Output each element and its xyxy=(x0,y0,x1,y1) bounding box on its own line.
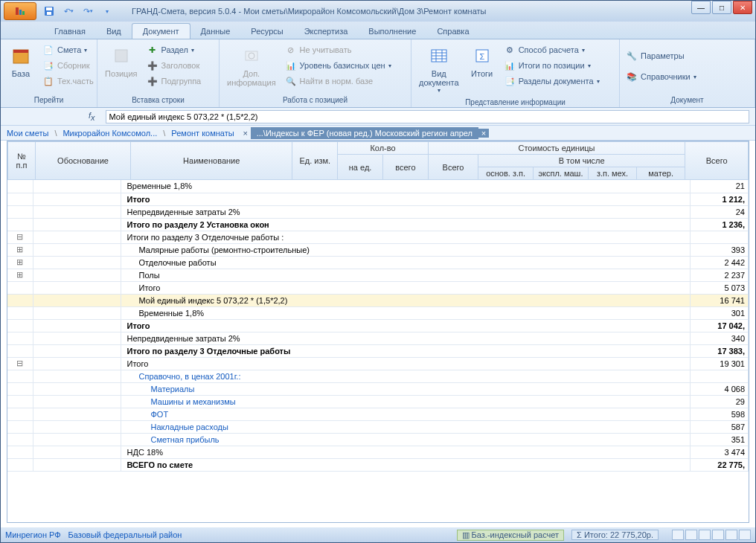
svg-rect-1 xyxy=(19,10,22,15)
position-button[interactable]: Позиция xyxy=(100,42,142,80)
table-row[interactable]: Сметная прибыль351 xyxy=(7,433,749,446)
close-button[interactable]: ✕ xyxy=(733,1,752,14)
status-base[interactable]: Базовый федеральный район xyxy=(68,530,182,539)
tab-close-icon[interactable]: × xyxy=(478,129,489,138)
ribbon-tab-3[interactable]: Данные xyxy=(190,24,241,39)
svg-rect-8 xyxy=(115,50,127,62)
tab-close-icon[interactable]: × xyxy=(240,129,251,138)
table-row[interactable]: Итого по разделу 3 Отделочные работы17 3… xyxy=(7,344,749,357)
svg-rect-7 xyxy=(13,50,28,53)
table-row[interactable]: Материалы4 068 xyxy=(7,382,749,395)
zagolovok-button[interactable]: ➕Заголовок xyxy=(144,58,205,73)
breadcrumb-3[interactable]: Ремонт комнаты xyxy=(165,127,240,139)
document-tabs: Мои сметы\ Микрорайон Комсомол...\ Ремон… xyxy=(1,126,755,141)
maximize-button[interactable]: □ xyxy=(712,1,731,14)
ribbon: База 📄Смета ▾ 📑Сборник 📋Тех.часть Перейт… xyxy=(1,39,755,108)
status-region[interactable]: Минрегион РФ xyxy=(5,530,61,539)
svg-rect-0 xyxy=(16,7,19,15)
table-row[interactable]: Накладные расходы587 xyxy=(7,420,749,433)
qat-undo-icon[interactable]: ↶▾ xyxy=(60,3,77,19)
minimize-button[interactable]: — xyxy=(691,1,711,14)
fx-icon[interactable]: fx xyxy=(84,111,100,122)
estimate-grid[interactable]: № п.п Обоснование Наименование Ед. изм. … xyxy=(7,141,749,523)
table-row[interactable]: Итого5 073 xyxy=(7,281,749,294)
parametry-button[interactable]: 🔧Параметры xyxy=(623,48,699,63)
uroven-button[interactable]: 📊Уровень базисных цен ▾ xyxy=(282,58,394,73)
ribbon-tab-5[interactable]: Экспертиза xyxy=(294,24,359,39)
status-bar: Минрегион РФ Базовый федеральный район ▥… xyxy=(1,527,755,542)
window-title: ГРАНД-Смета, версия 5.0.4 - Мои сметы\Ми… xyxy=(124,7,755,16)
spravoch-button[interactable]: 📚Справочники ▾ xyxy=(623,69,699,84)
svg-rect-4 xyxy=(46,7,52,10)
app-menu-button[interactable] xyxy=(4,2,36,20)
sposob-button[interactable]: ⚙Способ расчета ▾ xyxy=(501,42,603,57)
ribbon-tab-2[interactable]: Документ xyxy=(132,23,190,39)
table-row[interactable]: Временные 1,8%301 xyxy=(7,306,749,319)
neuchit-button[interactable]: ⊘Не учитывать xyxy=(282,42,394,57)
viddoc-button[interactable]: Вид документа▾ xyxy=(414,42,464,95)
itogipoz-button[interactable]: 📊Итоги по позиции ▾ xyxy=(501,58,603,73)
table-row[interactable]: Временные 1,8%21 xyxy=(7,180,749,193)
table-row[interactable]: ФОТ598 xyxy=(7,408,749,420)
razdely-button[interactable]: 📑Разделы документа ▾ xyxy=(501,74,603,89)
ribbon-tabs: ГлавнаяВидДокументДанныеРесурсыЭкспертиз… xyxy=(1,22,755,39)
qat-customize-icon[interactable]: ▾ xyxy=(99,3,115,19)
table-row[interactable]: ⊞Отделочные работы2 442 xyxy=(7,256,749,269)
table-row[interactable]: Итого по разделу 2 Установка окон1 236, xyxy=(7,218,749,231)
breadcrumb-2[interactable]: Микрорайон Комсомол... xyxy=(57,127,163,139)
table-row[interactable]: НДС 18%3 474 xyxy=(7,446,749,458)
table-row[interactable]: ⊞Малярные работы (ремонтно-строительные)… xyxy=(7,243,749,256)
dopinfo-button[interactable]: Доп. информация xyxy=(222,42,281,89)
razdel-button[interactable]: ✚Раздел ▾ xyxy=(144,42,205,57)
qat-redo-icon[interactable]: ↷▾ xyxy=(80,3,96,19)
table-row[interactable]: ВСЕГО по смете22 775, xyxy=(7,458,749,471)
table-row[interactable]: Непредвиденные затраты 2%340 xyxy=(7,332,749,344)
ribbon-tab-1[interactable]: Вид xyxy=(96,24,132,39)
tehchast-button[interactable]: 📋Тех.часть xyxy=(39,74,97,89)
base-button[interactable]: База xyxy=(4,42,38,80)
svg-text:Σ: Σ xyxy=(479,52,484,61)
table-row[interactable]: Машины и механизмы29 xyxy=(7,395,749,408)
ribbon-tab-7[interactable]: Справка xyxy=(426,24,479,39)
formula-input[interactable] xyxy=(106,110,749,123)
table-row[interactable]: ⊟Итого19 301 xyxy=(7,357,749,370)
qat-save-icon[interactable] xyxy=(41,3,57,19)
ribbon-tab-6[interactable]: Выполнение xyxy=(358,24,426,39)
status-calc[interactable]: ▥ Баз.-индексный расчет xyxy=(457,530,565,541)
ribbon-tab-4[interactable]: Ресурсы xyxy=(240,24,293,39)
breadcrumb-1[interactable]: Мои сметы xyxy=(1,127,54,139)
podgruppa-button[interactable]: ➕Подгруппа xyxy=(144,74,205,89)
ribbon-tab-0[interactable]: Главная xyxy=(44,24,96,39)
svg-rect-5 xyxy=(47,12,51,15)
table-row[interactable]: ⊟Итоги по разделу 3 Отделочные работы : xyxy=(7,231,749,243)
smeta-button[interactable]: 📄Смета ▾ xyxy=(39,42,97,57)
table-row[interactable]: Справочно, в ценах 2001г.: xyxy=(7,370,749,382)
table-row[interactable]: Итого17 042, xyxy=(7,319,749,332)
svg-rect-2 xyxy=(22,11,25,15)
table-row[interactable]: Мой единый индекс 5 073,22 * (1,5*2,2)16… xyxy=(7,294,749,306)
table-row[interactable]: Непредвиденные затраты 2%24 xyxy=(7,205,749,218)
status-total: Σ Итого: 22 775,20р. xyxy=(571,530,659,540)
itogi-button[interactable]: Σ Итоги xyxy=(465,42,499,80)
status-view-icons[interactable] xyxy=(672,530,751,540)
naiti-button[interactable]: 🔍Найти в норм. базе xyxy=(282,74,394,89)
active-tab[interactable]: ...\Индексы к ФЕР (новая ред.) Московски… xyxy=(251,127,478,139)
sbornik-button[interactable]: 📑Сборник xyxy=(39,58,97,73)
table-row[interactable]: ⊞Полы2 237 xyxy=(7,269,749,281)
table-row[interactable]: Итого1 212, xyxy=(7,193,749,205)
